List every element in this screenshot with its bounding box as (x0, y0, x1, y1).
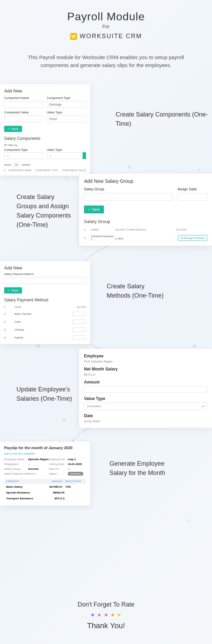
special-label: Special Allowance (6, 491, 45, 494)
assign-salary-input[interactable] (178, 193, 207, 201)
row-name: General Employee: 1 (91, 235, 115, 241)
pay-summary-label: EMPLOYEE PAY SUMMARY (4, 453, 86, 455)
table-row: 3Cheque... (4, 327, 86, 332)
row-num: 4 (4, 336, 14, 339)
caption-update-salaries: Update Employee's Salaries (One-Time) (17, 385, 78, 403)
caption-generate-salary: Generate Employee Salary for the Month (109, 459, 178, 478)
filter-apply-button[interactable] (83, 152, 86, 159)
thank-you-text: Thank You! (0, 621, 212, 630)
row-name: Cash (14, 320, 72, 323)
th-num: # (84, 228, 91, 231)
filter-by-label: Filter by (8, 144, 17, 147)
row-num: 3 (4, 328, 14, 331)
emp-name-value: Ephraim Rippin (28, 458, 49, 461)
emp-name-label: Employee Name (4, 458, 28, 461)
table-row: 4PayPal... (4, 335, 86, 340)
logo-text: WORKSUITE CRM (80, 33, 142, 40)
value-type-label: Value Type (84, 396, 207, 401)
entries-label: entries (22, 163, 30, 166)
join-value: 10-01-2020 (68, 463, 82, 466)
row-action-button[interactable]: ... (72, 327, 86, 332)
th-action: ACTION (176, 228, 207, 231)
basic-value: $27985.37 (44, 485, 63, 488)
component-type-select[interactable]: Earnings (47, 101, 86, 108)
payment-method-section: Salary Payment Method (4, 298, 86, 302)
date-label: Date (84, 413, 207, 418)
subtitle: For (7, 24, 205, 29)
join-label: Joining Date (49, 463, 68, 466)
amount-header: AMOUNT (44, 480, 63, 482)
filter-value-type-select[interactable]: -- (47, 152, 82, 159)
th-salary-components: SALARY COMPONENTS (115, 228, 176, 231)
th-component-type: COMPONENT TYPE (35, 169, 59, 171)
filter-component-type-label: Component Type (4, 148, 43, 152)
th-num: # (4, 169, 6, 171)
row-comp: HRA (117, 237, 123, 240)
row-num: 2 (4, 320, 14, 323)
component-name-label: Component Name (4, 96, 43, 100)
method-label: Salary Payment Method (4, 472, 34, 475)
component-value-input[interactable] (4, 115, 43, 122)
value-type-select[interactable]: Fixed (47, 115, 86, 122)
caption-salary-methods: Create Salary Methods (One-Time) (107, 282, 165, 300)
employee-value: Prof. Ephraim Rippin (84, 360, 207, 363)
star-icon: ★ (91, 612, 95, 618)
table-row: 1Bank Transfer... (4, 312, 86, 316)
row-num: 1 (4, 312, 14, 315)
salary-group-section: Salary Group (84, 219, 207, 224)
logo: W WORKSUITE CRM (7, 33, 205, 40)
payslip-title: Payslip for the month of January 2020 (4, 446, 86, 450)
group-value: General (28, 467, 49, 470)
row-action-button[interactable]: ... (72, 320, 86, 324)
caption-salary-components: Create Salary Components (One-Time) (116, 110, 212, 129)
manage-employee-button[interactable]: ⚙Manage Employe (178, 235, 207, 241)
transport-value: $5711.3 (45, 497, 65, 500)
caption-salary-groups: Create Salary Groups and Assign Salary C… (17, 192, 75, 230)
date-value: 10-01-2020 (84, 420, 207, 423)
value-type-select[interactable]: Increment▾ (84, 402, 207, 410)
net-salary-value: $5711.8 (84, 373, 207, 376)
star-icon: ★ (110, 612, 115, 618)
save-method-button[interactable]: ✓Save (4, 287, 22, 293)
tds-label: TDS (63, 485, 84, 488)
table-row: 2Cash... (4, 320, 86, 324)
description: This Payroll module for Worksuite CRM en… (0, 43, 212, 79)
amount-label: Amount (84, 380, 207, 385)
payment-method-label: Salary Payment Method (4, 273, 86, 276)
emp-id-value: emp-1 (68, 458, 76, 461)
component-name-input[interactable] (4, 101, 43, 108)
row-name: Cheque (14, 328, 72, 331)
payment-method-input[interactable] (4, 277, 86, 284)
row-name: Bank Transfer (14, 312, 72, 315)
paid-value: -- (68, 467, 70, 470)
th-component-value: COMPONENT VALUE (62, 169, 86, 171)
show-count-select[interactable]: 10 (13, 163, 20, 167)
worksuite-icon: W (70, 33, 77, 40)
save-group-button[interactable]: ✓Save (84, 206, 104, 213)
row-action-button[interactable]: ... (72, 312, 86, 316)
net-salary-label: Net Month Salary (84, 367, 207, 371)
row-num: 1 (84, 236, 91, 240)
amount-input[interactable] (84, 386, 207, 393)
basic-label: Basic Salary (6, 485, 44, 488)
salary-group-label: Salary Group (84, 187, 173, 191)
component-type-label: Component Type (47, 96, 86, 100)
save-button[interactable]: ✓Save (4, 126, 22, 132)
desig-value: - (28, 463, 49, 466)
transport-label: Transport Allowance (6, 497, 45, 500)
row-action-button[interactable]: ... (72, 335, 86, 340)
filter-value-type-label: Value Type (47, 148, 86, 152)
th-name: NAME (91, 228, 115, 231)
employee-label: Employee (84, 354, 207, 358)
status-label: Status (49, 472, 68, 475)
assign-salary-label: Assign Salar (178, 187, 207, 191)
star-icon: ★ (117, 612, 121, 618)
th-component-name: COMPONENT NAME (8, 169, 32, 171)
emp-id-label: Employee ID (49, 458, 68, 461)
th-action: ACTION (72, 306, 86, 308)
filter-component-type-select[interactable]: -- (4, 152, 43, 159)
rating-stars: ★ ★ ★ ★ ★ (0, 612, 212, 618)
component-value-label: Component Value (4, 111, 43, 114)
salary-group-input[interactable] (84, 193, 173, 201)
row-name: PayPal (14, 336, 72, 339)
